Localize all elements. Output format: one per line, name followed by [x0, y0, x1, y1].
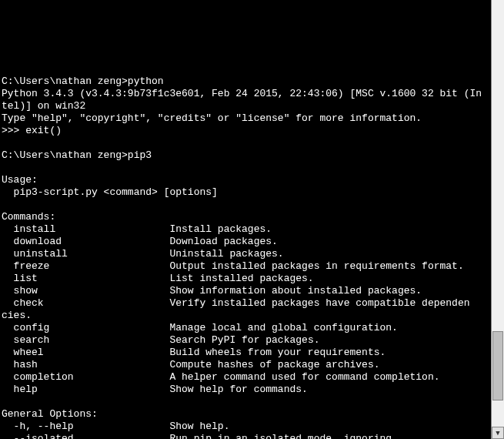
opt-help: -h, --help Show help.: [2, 421, 229, 432]
cmd-show: show Show information about installed pa…: [2, 285, 422, 297]
python-repl-exit: >>> exit(): [2, 125, 62, 136]
cmd-download: download Download packages.: [2, 236, 278, 247]
cmd-help: help Show help for commands.: [2, 384, 308, 395]
opt-isolated: --isolated Run pip in an isolated mode, …: [2, 433, 392, 439]
cmd-config: config Manage local and global configura…: [2, 322, 398, 333]
scrollbar[interactable]: ▼: [491, 12, 504, 439]
cmd-uninstall: uninstall Uninstall packages.: [2, 248, 284, 260]
prompt-line-1: C:\Users\nathan zeng>python: [2, 75, 164, 87]
cmd-completion: completion A helper command used for com…: [2, 371, 440, 383]
cmd-search: search Search PyPI for packages.: [2, 334, 319, 346]
cmd-list: list List installed packages.: [2, 273, 314, 284]
python-version-2: tel)] on win32: [2, 100, 85, 112]
general-options-header: General Options:: [2, 408, 98, 420]
cmd-check: check Verify installed packages have com…: [2, 297, 470, 309]
python-help-line: Type "help", "copyright", "credits" or "…: [2, 112, 422, 124]
scroll-down-icon[interactable]: ▼: [492, 427, 504, 439]
usage-line: pip3-script.py <command> [options]: [2, 186, 218, 198]
usage-header: Usage:: [2, 174, 38, 186]
cmd-check-wrap: cies.: [2, 310, 32, 321]
cmd-hash: hash Compute hashes of package archives.: [2, 359, 380, 370]
cmd-install: install Install packages.: [2, 223, 272, 235]
prompt-line-2: C:\Users\nathan zeng>pip3: [2, 149, 152, 161]
python-version-1: Python 3.4.3 (v3.4.3:9b73f1c3e601, Feb 2…: [2, 88, 482, 99]
commands-header: Commands:: [2, 211, 55, 223]
cmd-freeze: freeze Output installed packages in requ…: [2, 260, 464, 272]
cmd-wheel: wheel Build wheels from your requirement…: [2, 347, 386, 358]
scrollbar-thumb[interactable]: [492, 331, 503, 400]
terminal-output[interactable]: C:\Users\nathan zeng>python Python 3.4.3…: [0, 62, 504, 439]
